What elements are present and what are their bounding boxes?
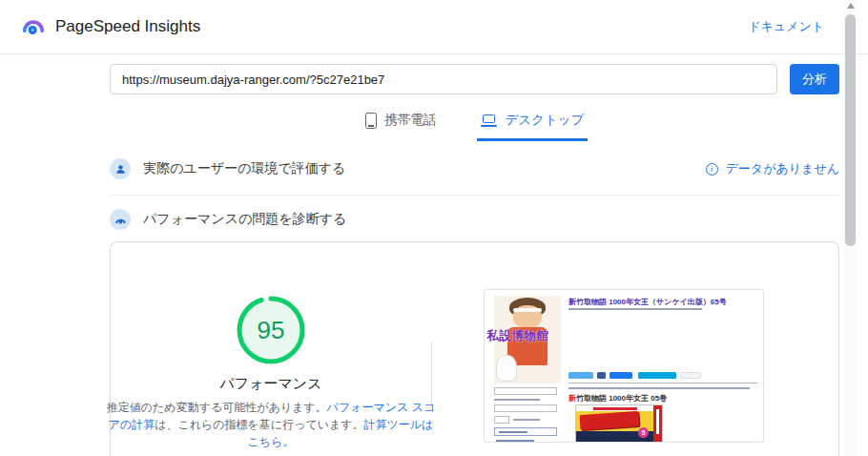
no-data-link[interactable]: i データがありません [706,160,839,177]
score-column: 95 パフォーマンス 推定値のため変動する可能性があります。パフォーマンス スコ… [111,242,431,456]
scrollbar-up-arrow[interactable] [847,3,855,9]
phone-icon [365,113,377,129]
lab-data-section-header: パフォーマンスの問題を診断する [110,209,839,230]
main-content: 分析 携帯電話 デスクトップ 実際のユーザーの環境で評価する [110,64,839,456]
tab-mobile-label: 携帯電話 [385,112,437,129]
score-disclaimer: 推定値のため変動する可能性があります。パフォーマンス スコアの計算は、これらの指… [105,400,437,450]
laptop-icon [481,114,497,127]
performance-score-gauge[interactable]: 95 [235,294,307,366]
thumb-text-line [494,399,540,401]
field-data-title-group: 実際のユーザーの環境で評価する [110,158,345,179]
performance-label: パフォーマンス [219,375,321,393]
thumb-hatena-button [638,372,676,379]
app-header: PageSpeed Insights ドキュメント [0,0,868,54]
thumb-sidebar-box [494,427,557,436]
thumb-article-heading-mark: 新 [568,394,576,403]
thumb-search-box [494,404,557,412]
thumb-horizontal-rule [568,383,757,383]
analyze-form: 分析 [110,64,839,94]
thumb-link-line [496,440,534,442]
vertical-scrollbar[interactable] [844,0,857,456]
section-divider [110,195,839,196]
field-data-section-title: 実際のユーザーの環境で評価する [143,160,345,177]
thumb-cover-volume-badge: 5 [638,427,649,438]
thumb-meta-line [568,387,750,389]
pagespeed-logo-icon [21,14,46,39]
performance-report-card: 95 パフォーマンス 推定値のため変動する可能性があります。パフォーマンス スコ… [110,241,839,456]
final-screenshot-thumbnail[interactable]: 私設博物館 新竹取物語 1000年女王（サンケイ出版）65号 [484,289,764,443]
disclaimer-text-2: は、これらの指標を基に行っています。 [155,418,363,431]
url-input[interactable] [110,64,777,94]
thumb-site-title: 私設博物館 [485,328,551,344]
device-tabs: 携帯電話 デスクトップ [110,106,839,141]
vertical-divider [431,342,432,404]
tab-desktop-label: デスクトップ [506,112,585,129]
pagespeed-insights-page: PageSpeed Insights ドキュメント 分析 携帯電話 デスクトップ [0,0,868,456]
disclaimer-text-1: 推定値のため変動する可能性があります。 [107,401,327,414]
lab-data-title-group: パフォーマンスの問題を診断する [110,209,346,230]
thumb-language-select [494,387,557,395]
score-value: 95 [258,316,285,344]
tab-desktop[interactable]: デスクトップ [477,106,589,141]
field-data-section-header: 実際のユーザーの環境で評価する i データがありません [110,158,839,179]
thumb-article-heading: 新竹取物語 1000年女王 05巻 [568,393,667,404]
tab-mobile[interactable]: 携帯電話 [362,106,441,141]
info-icon: i [706,163,718,176]
no-data-label: データがありません [726,160,839,177]
thumb-text-line [513,419,540,421]
diagnose-gauge-icon [110,209,131,230]
lab-data-section-title: パフォーマンスの問題を診断する [143,211,346,228]
documentation-link[interactable]: ドキュメント [748,18,824,35]
brand[interactable]: PageSpeed Insights [21,14,200,39]
thumb-like-button [610,372,632,379]
thumb-manga-cover-image: 5 [575,404,663,443]
app-title: PageSpeed Insights [55,17,200,36]
thumb-tweet-button [568,372,593,379]
scrollbar-thumb[interactable] [845,14,856,246]
thumb-breadcrumb-line [568,308,702,310]
thumb-page-title: 新竹取物語 1000年女王（サンケイ出版）65号 [568,297,759,307]
thumb-facebook-button [597,372,606,379]
analyze-button[interactable]: 分析 [790,64,839,94]
thumb-pocket-button [680,372,701,379]
user-environment-icon [110,158,131,179]
thumb-search-button [494,416,509,424]
thumb-article-heading-text: 竹取物語 1000年女王 05巻 [576,394,667,403]
